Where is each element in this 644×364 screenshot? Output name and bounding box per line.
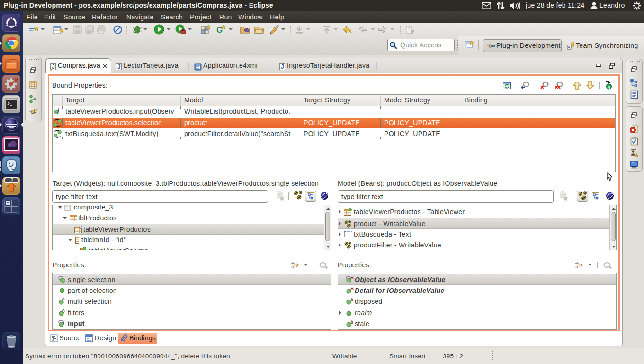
svg-text:J: J (117, 64, 121, 70)
svg-text:J: J (52, 64, 55, 70)
svg-text:N: N (608, 85, 611, 90)
svg-text:b: b (351, 320, 354, 325)
svg-text:b: b (351, 298, 354, 302)
svg-text:!: ! (636, 154, 637, 157)
svg-text:J: J (281, 64, 284, 70)
